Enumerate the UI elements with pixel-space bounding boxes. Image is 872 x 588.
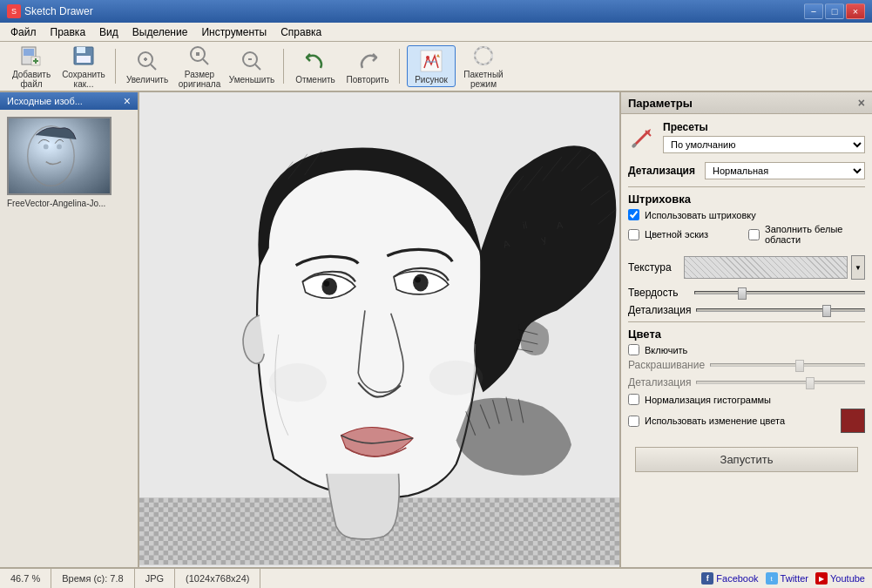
twitter-label: Twitter xyxy=(781,573,808,584)
svg-point-19 xyxy=(426,56,429,59)
presets-label: Пресеты xyxy=(663,121,865,133)
right-panel-header: Параметры × xyxy=(621,92,872,114)
original-size-button[interactable]: Размер оригинала xyxy=(175,45,224,87)
right-panel-title: Параметры xyxy=(628,97,693,110)
right-panel: Параметры × Пресеты По умолчанию xyxy=(619,92,872,567)
app-icon: S xyxy=(7,4,21,18)
add-file-button[interactable]: Добавить файл xyxy=(7,45,56,87)
close-button[interactable]: × xyxy=(846,3,865,19)
zoom-out-button[interactable]: Уменьшить xyxy=(227,45,276,87)
left-panel-close[interactable]: × xyxy=(124,95,131,107)
hatching-title: Штриховка xyxy=(628,193,865,206)
svg-rect-7 xyxy=(77,56,91,63)
zoom-out-icon xyxy=(240,49,264,73)
facebook-icon: f xyxy=(701,572,713,585)
detail2-slider-track[interactable] xyxy=(696,308,865,312)
sketch-options-grid: Цветной эскиз Заполнить белые области xyxy=(628,224,865,248)
original-size-icon xyxy=(187,44,212,68)
canvas-area: A il y A xyxy=(139,92,619,567)
toolbar: Добавить файл Сохранить как... Увеличить xyxy=(0,42,872,92)
menu-bar: Файл Правка Вид Выделение Инструменты Сп… xyxy=(0,23,872,42)
detail2-slider-thumb[interactable] xyxy=(822,305,831,317)
color-sketch-row: Цветной эскиз xyxy=(628,224,745,245)
youtube-link[interactable]: ▶ Youtube xyxy=(815,572,865,585)
menu-file[interactable]: Файл xyxy=(3,24,44,41)
twitter-icon: t xyxy=(766,572,778,585)
left-panel-header: Исходные изоб... × xyxy=(0,92,138,110)
texture-preview xyxy=(684,256,848,279)
sketch-canvas: A il y A xyxy=(139,92,619,567)
status-bar: 46.7 % Время (с): 7.8 JPG (1024x768x24) … xyxy=(0,567,872,588)
time-value: Время (с): 7.8 xyxy=(62,573,123,584)
status-time: Время (с): 7.8 xyxy=(51,569,134,588)
detail3-row: Детализация xyxy=(628,376,865,389)
toolbar-sep-3 xyxy=(399,49,400,84)
undo-label: Отменить xyxy=(295,75,335,84)
status-dimensions: (1024x768x24) xyxy=(175,569,260,588)
right-panel-body: Пресеты По умолчанию Детализация Нормаль… xyxy=(621,114,872,567)
undo-button[interactable]: Отменить xyxy=(291,45,340,87)
menu-view[interactable]: Вид xyxy=(92,24,125,41)
fill-white-checkbox[interactable] xyxy=(748,229,760,240)
zoom-in-button[interactable]: Увеличить xyxy=(123,45,172,87)
undo-icon xyxy=(303,49,328,73)
dimensions-value: (1024x768x24) xyxy=(186,573,249,584)
left-panel-title: Исходные изоб... xyxy=(7,96,83,106)
enable-checkbox[interactable] xyxy=(628,344,639,355)
texture-row: Текстура ▼ xyxy=(628,255,865,280)
save-button[interactable]: Сохранить как... xyxy=(59,45,108,87)
hardness-slider-thumb[interactable] xyxy=(738,287,747,300)
facebook-label: Facebook xyxy=(716,573,758,584)
facebook-link[interactable]: f Facebook xyxy=(701,572,758,585)
svg-point-25 xyxy=(57,145,62,150)
toolbar-sep-2 xyxy=(283,49,284,84)
status-format: JPG xyxy=(135,569,175,588)
texture-dropdown[interactable]: ▼ xyxy=(851,255,865,280)
left-panel: Исходные изоб... × FreeVector-Angelina-J… xyxy=(0,92,139,567)
use-hatching-row: Использовать штриховку xyxy=(628,209,865,220)
color-sketch-checkbox[interactable] xyxy=(628,229,639,240)
batch-icon xyxy=(471,44,496,68)
hardness-label: Твердость xyxy=(628,287,689,299)
menu-tools[interactable]: Инструменты xyxy=(194,24,274,41)
title-bar-left: S Sketch Drawer xyxy=(7,4,93,18)
batch-button[interactable]: Пакетный режим xyxy=(459,45,508,87)
color-change-label: Использовать изменение цвета xyxy=(645,416,785,426)
svg-point-32 xyxy=(321,278,337,295)
detail-row: Детализация Нормальная xyxy=(628,162,865,179)
divider-2 xyxy=(628,321,865,322)
use-hatching-checkbox[interactable] xyxy=(628,209,639,220)
redo-button[interactable]: Повторить xyxy=(343,45,392,87)
maximize-button[interactable]: □ xyxy=(825,3,844,19)
color-change-checkbox[interactable] xyxy=(628,416,639,427)
run-button[interactable]: Запустить xyxy=(635,447,858,472)
draw-button[interactable]: Рисунок xyxy=(407,45,456,87)
format-value: JPG xyxy=(145,573,164,584)
hardness-row: Твердость xyxy=(628,287,865,299)
add-file-icon xyxy=(19,44,44,68)
title-bar: S Sketch Drawer − □ × xyxy=(0,0,872,23)
enable-row: Включить xyxy=(628,344,865,355)
twitter-link[interactable]: t Twitter xyxy=(766,572,808,585)
normalize-checkbox[interactable] xyxy=(628,394,639,405)
detail-label: Детализация xyxy=(628,165,698,177)
menu-edit[interactable]: Правка xyxy=(44,24,93,41)
coloring-row: Раскрашивание xyxy=(628,359,865,371)
color-swatch[interactable] xyxy=(841,409,865,433)
menu-help[interactable]: Справка xyxy=(274,24,328,41)
svg-point-24 xyxy=(44,145,49,150)
svg-rect-13 xyxy=(196,52,199,56)
hardness-slider-track[interactable] xyxy=(694,291,865,294)
window-title: Sketch Drawer xyxy=(24,5,93,17)
color-sketch-label: Цветной эскиз xyxy=(645,229,708,240)
menu-selection[interactable]: Выделение xyxy=(125,24,195,41)
detail2-label: Детализация xyxy=(628,304,691,316)
right-panel-close[interactable]: × xyxy=(858,96,865,110)
divider-1 xyxy=(628,186,865,187)
detail-select[interactable]: Нормальная xyxy=(705,162,865,179)
minimize-button[interactable]: − xyxy=(804,3,823,19)
youtube-label: Youtube xyxy=(830,573,865,584)
presets-select[interactable]: По умолчанию xyxy=(663,136,865,153)
coloring-slider-track xyxy=(710,363,865,367)
presets-row: Пресеты По умолчанию xyxy=(628,121,865,153)
